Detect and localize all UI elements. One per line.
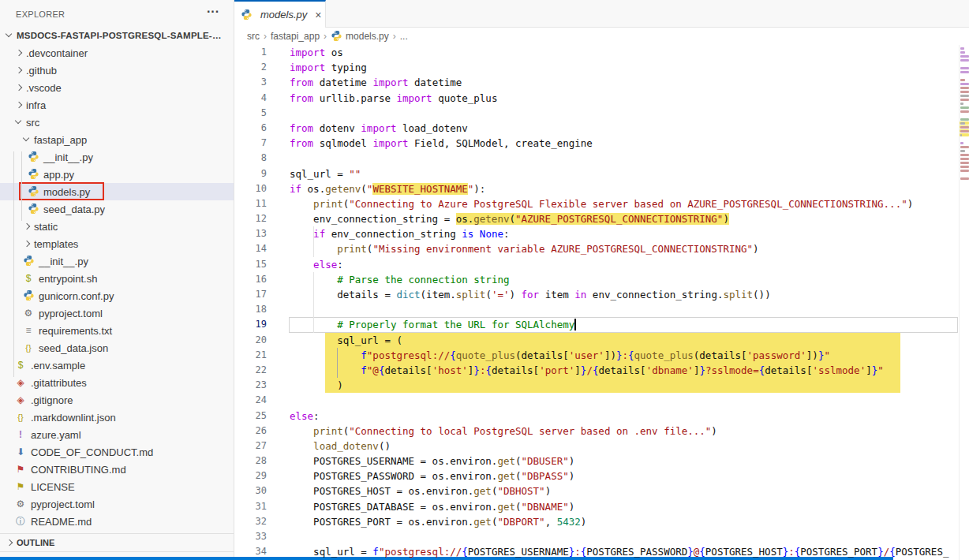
code-line-19[interactable]: 19 # Properly format the URL for SQLAlch…: [234, 317, 959, 332]
line-number[interactable]: 1: [234, 45, 279, 60]
code-line-33[interactable]: 33: [234, 529, 959, 544]
code-line-18[interactable]: 18: [234, 302, 959, 317]
code-line-10[interactable]: 10if os.getenv("WEBSITE_HOSTNAME"):: [234, 181, 959, 196]
tree-item-seed-data-py[interactable]: seed_data.py: [0, 200, 234, 218]
close-icon[interactable]: ×: [315, 9, 321, 21]
tree-item-env-sample[interactable]: $.env.sample: [0, 357, 234, 374]
tree-item-seed-data-json[interactable]: {}seed_data.json: [0, 339, 234, 357]
tree-item-azure-yaml[interactable]: !azure.yaml: [0, 426, 234, 443]
line-number[interactable]: 16: [234, 272, 279, 287]
code-line-7[interactable]: 7from sqlmodel import Field, SQLModel, c…: [234, 136, 959, 151]
code-line-8[interactable]: 8: [234, 151, 959, 166]
code-line-5[interactable]: 5: [234, 106, 959, 121]
tree-item-pyproject-toml[interactable]: ⚙pyproject.toml: [0, 304, 234, 322]
line-number[interactable]: 27: [234, 439, 279, 454]
code-line-13[interactable]: 13 if env_connection_string is None:: [234, 226, 959, 241]
line-number[interactable]: 9: [234, 166, 279, 181]
code-line-21[interactable]: 21 f"postgresql://{quote_plus(details['u…: [234, 348, 959, 363]
tree-item-templates[interactable]: templates: [0, 235, 234, 252]
code-line-27[interactable]: 27 load_dotenv(): [234, 439, 959, 454]
code-line-17[interactable]: 17 details = dict(item.split('=') for it…: [234, 287, 959, 302]
code-line-20[interactable]: 20 sql_url = (: [234, 333, 959, 348]
tree-item-static[interactable]: static: [0, 218, 234, 235]
line-number[interactable]: 14: [234, 241, 279, 256]
line-number[interactable]: 22: [234, 363, 279, 378]
tree-item-gitignore[interactable]: ◈.gitignore: [0, 391, 234, 409]
code-line-16[interactable]: 16 # Parse the connection string: [234, 272, 959, 287]
code-line-4[interactable]: 4from urllib.parse import quote_plus: [234, 91, 959, 106]
code-line-24[interactable]: 24: [234, 393, 959, 408]
tree-item-fastapi-app[interactable]: fastapi_app: [0, 131, 234, 148]
code-line-30[interactable]: 30 POSTGRES_HOST = os.environ.get("DBHOS…: [234, 483, 959, 498]
tree-item-init-py[interactable]: __init__.py: [0, 148, 234, 166]
breadcrumb-segment-models-py[interactable]: models.py: [331, 30, 389, 43]
minimap[interactable]: [959, 45, 969, 560]
code-line-12[interactable]: 12 env_connection_string = os.getenv("AZ…: [234, 211, 959, 226]
code-line-32[interactable]: 32 POSTGRES_PORT = os.environ.get("DBPOR…: [234, 514, 959, 529]
breadcrumb-segment-fastapi-app[interactable]: fastapi_app: [271, 31, 320, 42]
tree-item-code-of-conduct-md[interactable]: ⬇CODE_OF_CONDUCT.md: [0, 443, 234, 461]
code-line-25[interactable]: 25else:: [234, 409, 959, 424]
tree-item-init-py[interactable]: __init__.py: [0, 252, 234, 270]
line-number[interactable]: 17: [234, 287, 279, 302]
tree-item-app-py[interactable]: app.py: [0, 166, 234, 183]
line-number[interactable]: 30: [234, 483, 279, 498]
code-line-29[interactable]: 29 POSTGRES_PASSWORD = os.environ.get("D…: [234, 469, 959, 483]
line-number[interactable]: 29: [234, 469, 279, 483]
line-number[interactable]: 23: [234, 378, 279, 393]
line-number[interactable]: 31: [234, 499, 279, 514]
code-line-2[interactable]: 2import typing: [234, 60, 959, 75]
line-number[interactable]: 8: [234, 151, 279, 166]
line-number[interactable]: 15: [234, 257, 279, 272]
line-number[interactable]: 4: [234, 91, 279, 106]
tree-item-vscode[interactable]: .vscode: [0, 79, 234, 96]
code-line-15[interactable]: 15 else:: [234, 257, 959, 272]
tree-item-readme-md[interactable]: ⓘREADME.md: [0, 513, 234, 530]
line-number[interactable]: 28: [234, 454, 279, 469]
breadcrumb-segment-src[interactable]: src: [247, 31, 260, 42]
line-number[interactable]: 25: [234, 409, 279, 424]
code-line-14[interactable]: 14 print("Missing environment variable A…: [234, 241, 959, 256]
code-line-3[interactable]: 3from datetime import datetime: [234, 75, 959, 90]
more-actions-icon[interactable]: ···: [207, 5, 219, 19]
line-number[interactable]: 26: [234, 424, 279, 439]
line-number[interactable]: 21: [234, 348, 279, 363]
line-number[interactable]: 24: [234, 393, 279, 408]
code-line-6[interactable]: 6from dotenv import load_dotenv: [234, 121, 959, 136]
line-number[interactable]: 10: [234, 181, 279, 196]
line-number[interactable]: 2: [234, 60, 279, 75]
tab-models-py[interactable]: models.py ×: [234, 0, 326, 28]
line-number[interactable]: 12: [234, 211, 279, 226]
tree-item-license[interactable]: ⚑LICENSE: [0, 478, 234, 495]
line-number[interactable]: 11: [234, 196, 279, 211]
line-number[interactable]: 6: [234, 121, 279, 136]
line-number[interactable]: 33: [234, 529, 279, 544]
tree-item-requirements-txt[interactable]: ≡requirements.txt: [0, 322, 234, 339]
tree-item-pyproject-toml[interactable]: ⚙pyproject.toml: [0, 495, 234, 513]
line-number[interactable]: 7: [234, 136, 279, 151]
line-number[interactable]: 3: [234, 75, 279, 90]
tree-item-gitattributes[interactable]: ◈.gitattributes: [0, 374, 234, 391]
tree-item-gunicorn-conf-py[interactable]: gunicorn.conf.py: [0, 287, 234, 304]
tree-item-src[interactable]: src: [0, 114, 234, 131]
code-line-9[interactable]: 9sql_url = "": [234, 166, 959, 181]
line-number[interactable]: 20: [234, 333, 279, 348]
tree-item-entrypoint-sh[interactable]: $entrypoint.sh: [0, 270, 234, 287]
tree-item-devcontainer[interactable]: .devcontainer: [0, 44, 234, 62]
code-line-22[interactable]: 22 f"@{details['host']}:{details['port']…: [234, 363, 959, 378]
tree-item-models-py[interactable]: models.py: [0, 183, 234, 200]
code-line-26[interactable]: 26 print("Connecting to local PostgreSQL…: [234, 424, 959, 439]
tree-root-folder[interactable]: MSDOCS-FASTAPI-POSTGRESQL-SAMPLE-APP [GI…: [0, 27, 234, 44]
line-number[interactable]: 34: [234, 544, 279, 559]
line-number[interactable]: 19: [234, 317, 279, 332]
line-number[interactable]: 5: [234, 106, 279, 121]
line-number[interactable]: 18: [234, 302, 279, 317]
code-line-31[interactable]: 31 POSTGRES_DATABASE = os.environ.get("D…: [234, 499, 959, 514]
line-number[interactable]: 13: [234, 226, 279, 241]
code-line-28[interactable]: 28 POSTGRES_USERNAME = os.environ.get("D…: [234, 454, 959, 469]
code-line-23[interactable]: 23 ): [234, 378, 959, 393]
tree-item-infra[interactable]: infra: [0, 96, 234, 114]
breadcrumb-segment-[interactable]: ...: [400, 31, 408, 42]
sidebar-section-outline[interactable]: OUTLINE: [0, 533, 234, 551]
code-editor[interactable]: 1import os2import typing3from datetime i…: [234, 45, 959, 560]
